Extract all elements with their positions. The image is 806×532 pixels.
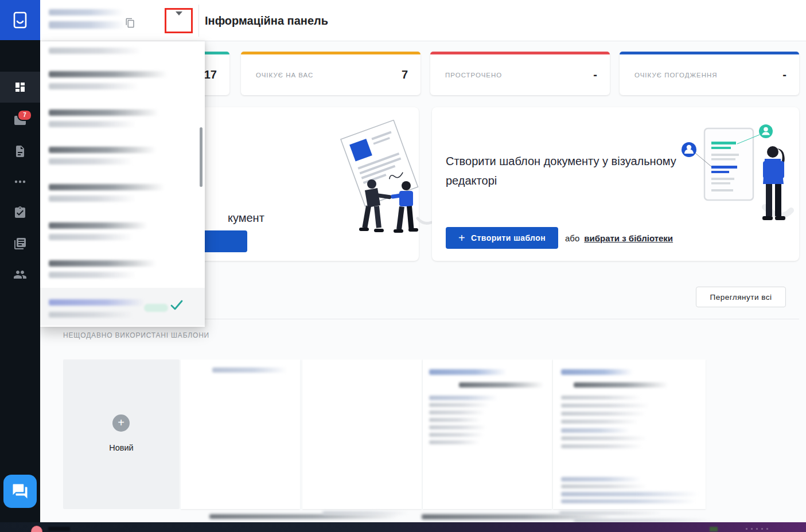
redacted-company-name bbox=[49, 71, 168, 77]
or-text: або bbox=[565, 233, 579, 243]
app-logo[interactable] bbox=[0, 0, 40, 40]
redacted-company-code bbox=[49, 195, 136, 202]
library-link[interactable]: вибрати з бібліотеки bbox=[584, 233, 673, 243]
sidebar-item-document[interactable] bbox=[0, 136, 40, 167]
company-switcher-button[interactable] bbox=[176, 15, 182, 26]
stat-card-awaiting-approval[interactable]: ОЧІКУЄ ПОГОДЖЕННЯ - bbox=[620, 52, 799, 95]
redacted-line bbox=[561, 436, 647, 440]
company-code-redacted bbox=[49, 21, 125, 29]
new-template-label: Новий bbox=[63, 443, 180, 452]
top-header: Інформаційна панель bbox=[40, 0, 806, 41]
redacted-line bbox=[429, 433, 484, 437]
redacted-line bbox=[561, 412, 646, 416]
send-document-button-partial[interactable] bbox=[201, 230, 247, 252]
chat-bubbles-icon bbox=[11, 483, 29, 500]
redacted-line bbox=[209, 514, 399, 519]
view-all-templates-button[interactable]: Переглянути всі bbox=[696, 287, 786, 307]
people-icon bbox=[13, 268, 27, 281]
redacted-line bbox=[429, 410, 485, 414]
stat-accent-red bbox=[430, 52, 610, 54]
redacted-company-name bbox=[49, 222, 147, 229]
sidebar-item-dashboard[interactable] bbox=[0, 72, 40, 103]
redacted-company-code bbox=[49, 158, 133, 165]
plus-icon: + bbox=[458, 232, 465, 244]
redacted-line bbox=[561, 420, 638, 424]
new-template-card[interactable]: + Новий bbox=[63, 359, 180, 509]
clipboard-check-icon bbox=[13, 206, 27, 220]
redacted-line bbox=[429, 403, 489, 407]
redacted-line bbox=[561, 369, 633, 375]
sidebar-item-templates-library[interactable] bbox=[0, 228, 40, 259]
weather-temp-cutoff bbox=[48, 527, 70, 531]
redacted-line bbox=[429, 425, 486, 429]
redacted-line bbox=[559, 511, 663, 515]
dropdown-scrollbar[interactable] bbox=[200, 127, 203, 187]
template-preview-card[interactable] bbox=[423, 359, 552, 509]
tray-dots bbox=[746, 528, 769, 530]
annotation-highlight-box bbox=[165, 8, 193, 33]
sidebar: 7 bbox=[0, 0, 40, 522]
copy-icon[interactable] bbox=[125, 18, 135, 28]
redacted-line bbox=[429, 396, 498, 400]
sidebar-item-more[interactable] bbox=[0, 166, 40, 197]
redacted-line bbox=[212, 367, 287, 373]
create-template-button[interactable]: + Створити шаблон bbox=[446, 227, 558, 249]
stat-label: ОЧІКУЄ НА ВАС bbox=[256, 72, 313, 79]
stat-card-waiting-for-you[interactable]: ОЧІКУЄ НА ВАС 7 bbox=[241, 52, 420, 95]
redacted-company-name bbox=[49, 260, 156, 267]
redacted-company-code bbox=[49, 234, 133, 240]
windows-taskbar[interactable] bbox=[0, 522, 806, 532]
redacted-company-name bbox=[49, 109, 159, 116]
header-divider bbox=[198, 5, 199, 37]
redacted-company-name bbox=[49, 184, 165, 190]
sidebar-item-tasks[interactable] bbox=[0, 197, 40, 228]
create-template-row: + Створити шаблон або вибрати з бібліоте… bbox=[446, 227, 673, 249]
redacted-line bbox=[429, 418, 481, 422]
redacted-line bbox=[561, 477, 641, 482]
redacted-line bbox=[561, 404, 650, 408]
support-chat-button[interactable] bbox=[3, 475, 37, 508]
handshake-document-illustration bbox=[321, 120, 433, 237]
template-preview-card[interactable] bbox=[553, 359, 706, 509]
promo-document-text-fragment: кумент bbox=[228, 212, 264, 225]
stat-card-overdue[interactable]: ПРОСТРОЧЕНО - bbox=[430, 52, 610, 95]
stat-value: 17 bbox=[204, 68, 217, 81]
redacted-company-code bbox=[49, 121, 136, 127]
ellipsis-icon bbox=[13, 175, 27, 189]
redacted-dropdown-header bbox=[49, 48, 142, 54]
redacted-line bbox=[561, 396, 641, 400]
weather-widget-icon[interactable] bbox=[31, 526, 42, 532]
template-preview-card[interactable] bbox=[302, 359, 422, 509]
document-smile-logo-icon bbox=[11, 11, 29, 29]
redacted-line bbox=[561, 444, 643, 448]
redacted-status-chip bbox=[144, 304, 168, 312]
create-template-button-label: Створити шаблон bbox=[471, 233, 546, 242]
promo-template-title-line1: Створити шаблон документу у візуальному bbox=[446, 155, 676, 168]
plus-circle-icon: + bbox=[112, 414, 130, 432]
promo-template-title-line2: редакторі bbox=[446, 174, 497, 187]
redacted-line bbox=[561, 428, 630, 433]
redacted-line bbox=[429, 369, 507, 375]
redacted-line bbox=[459, 382, 544, 388]
stat-value: - bbox=[782, 68, 786, 81]
redacted-line bbox=[429, 440, 480, 444]
sidebar-item-documents-folder[interactable]: 7 bbox=[0, 105, 40, 136]
page-title: Інформаційна панель bbox=[205, 0, 328, 41]
chevron-down-icon bbox=[176, 11, 182, 25]
folder-badge-count: 7 bbox=[17, 109, 32, 121]
promo-card-create-template: Створити шаблон документу у візуальному … bbox=[432, 107, 799, 261]
company-switcher-dropdown bbox=[40, 41, 205, 327]
redacted-line bbox=[561, 492, 699, 496]
redacted-line bbox=[574, 382, 668, 388]
redacted-line bbox=[561, 484, 647, 488]
redacted-company-code bbox=[49, 272, 136, 278]
dashboard-icon bbox=[13, 80, 27, 94]
redacted-line bbox=[322, 511, 408, 515]
sidebar-item-team[interactable] bbox=[0, 259, 40, 290]
template-preview-card[interactable] bbox=[181, 359, 300, 509]
redacted-company-code bbox=[49, 83, 139, 89]
tray-icon[interactable] bbox=[710, 527, 718, 531]
stat-label: ОЧІКУЄ ПОГОДЖЕННЯ bbox=[634, 72, 718, 79]
recent-templates-heading: НЕЩОДАВНО ВИКОРИСТАНІ ШАБЛОНИ bbox=[63, 331, 209, 339]
stat-accent-blue bbox=[620, 52, 799, 54]
